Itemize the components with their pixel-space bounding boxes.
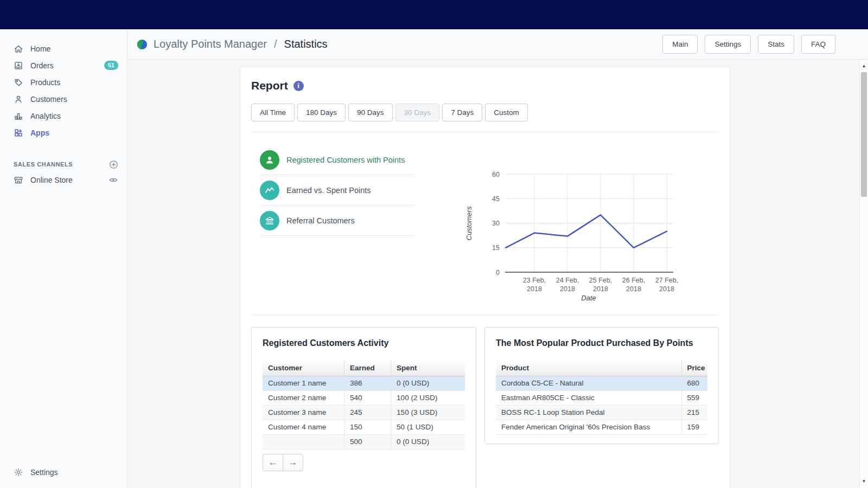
sidebar-item-apps[interactable]: Apps — [0, 124, 127, 141]
cell-customer: Customer 3 name — [263, 406, 344, 420]
popular-title: The Most Popular Product Purchased By Po… — [496, 338, 707, 348]
tab-earned-vs-spent-points[interactable]: Earned vs. Spent Points — [260, 175, 414, 206]
sidebar-item-products[interactable]: Products — [0, 74, 127, 91]
cell-product: Fender American Original '60s Precision … — [496, 420, 681, 435]
sidebar-item-orders[interactable]: Orders 51 — [0, 57, 127, 74]
y-tick: 15 — [492, 244, 500, 252]
top-navigation-bar — [0, 0, 868, 29]
table-row[interactable]: 500 0 (0 USD) — [263, 435, 465, 450]
page-header: Loyalty Points Manager / Statistics Main… — [127, 29, 868, 60]
x-tick: 2018 — [659, 285, 674, 293]
next-page-button[interactable]: → — [283, 454, 303, 471]
cell-customer: Customer 4 name — [263, 420, 344, 435]
cell-earned: 245 — [344, 406, 391, 420]
table-row[interactable]: Customer 2 name 540 100 (2 USD) — [263, 391, 465, 406]
previous-page-button[interactable]: ← — [263, 454, 283, 471]
sidebar-item-settings[interactable]: Settings — [0, 464, 127, 480]
x-tick: 2018 — [560, 285, 575, 293]
sidebar-item-label: Products — [30, 78, 118, 87]
cell-customer: Customer 2 name — [263, 391, 344, 406]
content-area: Report i All Time 180 Days 90 Days 30 Da… — [127, 60, 859, 488]
breadcrumb-app-name[interactable]: Loyalty Points Manager — [154, 38, 267, 50]
stats-button[interactable]: Stats — [758, 35, 794, 54]
info-icon[interactable]: i — [293, 81, 304, 91]
filter-180-days[interactable]: 180 Days — [297, 104, 346, 121]
column-header-earned: Earned — [344, 361, 391, 376]
filter-all-time[interactable]: All Time — [251, 104, 295, 121]
view-store-eye-icon[interactable] — [108, 175, 118, 185]
x-tick: 2018 — [593, 285, 608, 293]
scrollbar-down-button[interactable]: ▼ — [860, 477, 868, 485]
table-row[interactable]: Customer 1 name 386 0 (0 USD) — [263, 376, 465, 391]
scrollbar-thumb[interactable] — [861, 72, 867, 197]
table-row[interactable]: BOSS RC-1 Loop Station Pedal 215 — [496, 406, 707, 420]
tab-label: Referral Customers — [286, 216, 355, 225]
sidebar-item-customers[interactable]: Customers — [0, 91, 127, 107]
sidebar-item-label: Customers — [30, 95, 118, 104]
date-range-filters: All Time 180 Days 90 Days 30 Days 7 Days… — [251, 104, 719, 121]
pagination: ← → — [263, 454, 303, 471]
customers-icon — [14, 94, 23, 104]
cell-customer: Customer 1 name — [263, 376, 344, 391]
faq-button[interactable]: FAQ — [801, 35, 835, 54]
cell-spent: 100 (2 USD) — [391, 391, 465, 406]
divider — [251, 314, 719, 315]
analytics-icon — [14, 111, 23, 121]
table-header-row: Customer Earned Spent — [263, 361, 465, 376]
cell-spent: 0 (0 USD) — [391, 376, 465, 391]
table-row[interactable]: Fender American Original '60s Precision … — [496, 420, 707, 435]
tab-registered-customers-with-points[interactable]: Registered Customers with Points — [260, 145, 414, 175]
x-tick: 25 Feb, — [589, 277, 612, 284]
y-tick: 45 — [492, 195, 500, 203]
y-tick: 30 — [492, 220, 500, 227]
tab-referral-customers[interactable]: Referral Customers — [260, 206, 414, 236]
cell-earned: 150 — [344, 420, 391, 435]
main-button[interactable]: Main — [662, 35, 698, 54]
settings-button[interactable]: Settings — [705, 35, 751, 54]
registered-customers-icon — [260, 150, 279, 170]
gear-icon — [14, 467, 23, 477]
sidebar: Home Orders 51 Products Customers Analyt… — [0, 29, 127, 488]
x-tick: 27 Feb, — [655, 277, 678, 284]
table-row[interactable]: Customer 4 name 150 50 (1 USD) — [263, 420, 465, 435]
divider — [251, 132, 719, 132]
table-row[interactable]: Customer 3 name 245 150 (3 USD) — [263, 406, 465, 420]
sidebar-item-label: Orders — [30, 61, 97, 70]
cell-earned: 540 — [344, 391, 391, 406]
table-row[interactable]: Cordoba C5-CE - Natural 680 — [496, 376, 707, 391]
x-axis-title: Date — [581, 294, 596, 302]
add-sales-channel-icon[interactable] — [109, 160, 118, 169]
filter-7-days[interactable]: 7 Days — [442, 104, 482, 121]
referral-bank-icon — [260, 211, 279, 230]
sidebar-item-label: Online Store — [30, 176, 101, 184]
cell-earned: 500 — [344, 435, 391, 450]
cell-product: Cordoba C5-CE - Natural — [496, 376, 681, 391]
y-axis-title: Customers — [465, 206, 473, 240]
filter-custom[interactable]: Custom — [485, 104, 528, 121]
filter-90-days[interactable]: 90 Days — [348, 104, 393, 121]
sidebar-item-home[interactable]: Home — [0, 40, 127, 57]
report-card: Report i All Time 180 Days 90 Days 30 Da… — [240, 67, 730, 488]
page-scrollbar[interactable]: ▲ ▼ — [859, 60, 868, 488]
x-tick: 2018 — [527, 285, 542, 293]
activity-table: Customer Earned Spent Customer 1 name 38… — [263, 361, 465, 450]
report-title: Report — [251, 79, 288, 92]
arrow-left-icon: ← — [269, 457, 278, 468]
cell-price: 215 — [681, 406, 707, 420]
table-row[interactable]: Eastman AR805CE - Classic 559 — [496, 391, 707, 406]
column-header-customer: Customer — [263, 361, 344, 376]
sidebar-item-online-store[interactable]: Online Store — [0, 171, 127, 188]
sidebar-item-analytics[interactable]: Analytics — [0, 107, 127, 124]
cell-product: Eastman AR805CE - Classic — [496, 391, 681, 406]
sidebar-item-label: Settings — [30, 468, 118, 477]
filter-30-days[interactable]: 30 Days — [395, 104, 440, 121]
column-header-product: Product — [496, 361, 681, 376]
table-header-row: Product Price — [496, 361, 707, 376]
scrollbar-up-button[interactable]: ▲ — [860, 61, 868, 70]
sidebar-item-label: Analytics — [30, 112, 118, 120]
customers-chart: 0 15 30 45 60 23 Feb, 2018 24 Feb, 2018 … — [463, 168, 680, 306]
sidebar-item-label: Apps — [30, 129, 118, 137]
column-header-price: Price — [681, 361, 707, 376]
chart-line — [506, 215, 667, 247]
y-tick: 0 — [496, 269, 500, 277]
